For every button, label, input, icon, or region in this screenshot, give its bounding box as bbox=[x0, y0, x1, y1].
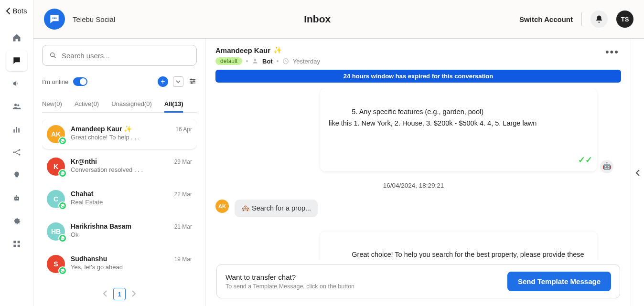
search-input[interactable] bbox=[62, 52, 190, 60]
notifications-button[interactable] bbox=[590, 11, 608, 28]
conversation-name: Sudhanshu bbox=[71, 255, 169, 263]
chat-more-button[interactable]: ••• bbox=[605, 46, 619, 58]
whatsapp-badge-icon bbox=[58, 201, 67, 210]
sparkle-icon: ✨ bbox=[124, 125, 132, 133]
conversation-avatar: HB bbox=[47, 222, 65, 241]
online-label: I'm online bbox=[42, 78, 68, 85]
expiry-banner: 24 hours window has expired for this con… bbox=[215, 70, 621, 83]
left-nav-rail: Bots bbox=[0, 0, 33, 306]
page-number[interactable]: 1 bbox=[113, 288, 126, 300]
conversation-item[interactable]: HB Harikrishna Basam Ok 21 Mar bbox=[42, 217, 197, 246]
conversation-avatar: S bbox=[47, 255, 65, 273]
svg-rect-14 bbox=[17, 245, 20, 247]
list-options-button[interactable] bbox=[188, 77, 197, 87]
message-out: 5. Any specific features (e.g., garden, … bbox=[320, 88, 597, 171]
search-box[interactable] bbox=[42, 45, 197, 66]
chat-pane: Amandeep Kaur ✨ default Bot Yesterday bbox=[205, 39, 631, 306]
svg-point-17 bbox=[55, 18, 57, 19]
nav-bot-icon[interactable] bbox=[6, 188, 27, 209]
svg-point-21 bbox=[191, 82, 192, 83]
nav-idea-icon[interactable] bbox=[6, 165, 27, 186]
online-toggle[interactable] bbox=[73, 77, 87, 86]
pager-next[interactable] bbox=[131, 290, 136, 298]
conversation-item[interactable]: AK Amandeep Kaur✨ Great choice! To help … bbox=[42, 119, 197, 149]
conversation-date: 19 Mar bbox=[174, 255, 192, 263]
pager-prev[interactable] bbox=[103, 290, 107, 298]
message-in-avatar: AK bbox=[215, 200, 229, 213]
clock-icon bbox=[282, 58, 289, 64]
svg-rect-8 bbox=[14, 197, 19, 200]
conversation-item[interactable]: C Chahat Real Estate 22 Mar bbox=[42, 184, 197, 214]
back-to-bots[interactable]: Bots bbox=[6, 7, 27, 15]
svg-point-7 bbox=[19, 154, 20, 155]
svg-point-22 bbox=[254, 59, 257, 61]
svg-point-0 bbox=[14, 104, 17, 106]
svg-point-16 bbox=[54, 18, 55, 19]
delivered-check-icon: ✓✓ bbox=[578, 153, 592, 168]
switch-account-link[interactable]: Switch Account bbox=[519, 15, 573, 23]
svg-rect-11 bbox=[13, 241, 16, 243]
conversation-name: Chahat bbox=[71, 190, 169, 198]
filter-dropdown[interactable] bbox=[173, 76, 183, 87]
whatsapp-badge-icon bbox=[58, 137, 67, 145]
tab-active[interactable]: Active(0) bbox=[75, 96, 99, 112]
svg-rect-4 bbox=[18, 128, 20, 133]
tab-all[interactable]: All(13) bbox=[164, 96, 183, 113]
nav-contacts-icon[interactable] bbox=[6, 96, 27, 117]
conversation-item[interactable]: S Sudhanshu Yes, let's go ahead 19 Mar bbox=[42, 249, 197, 279]
nav-integrations-icon[interactable] bbox=[6, 142, 27, 163]
channel-tag: default bbox=[215, 57, 242, 65]
conversation-avatar: C bbox=[47, 190, 65, 208]
page-title: Inbox bbox=[115, 13, 519, 25]
conversation-name: Kr@nthi bbox=[71, 158, 169, 165]
contact-name: Amandeep Kaur bbox=[215, 46, 270, 54]
composer-question: Want to transfer chat? bbox=[225, 273, 498, 281]
whatsapp-badge-icon bbox=[58, 266, 67, 275]
conversation-date: 22 Mar bbox=[174, 190, 192, 198]
search-icon bbox=[49, 52, 57, 59]
nav-apps-icon[interactable] bbox=[6, 233, 27, 254]
svg-point-10 bbox=[17, 198, 18, 199]
conversation-item[interactable]: K Kr@nthi Conversation resolved . . . 29… bbox=[42, 152, 197, 181]
bell-icon bbox=[595, 15, 603, 23]
conversation-preview: Conversation resolved . . . bbox=[71, 166, 169, 173]
conversation-panel: I'm online + New(0) Active(0) Unassigned… bbox=[33, 39, 205, 306]
nav-settings-icon[interactable] bbox=[6, 211, 27, 232]
conversation-date: 21 Mar bbox=[174, 222, 192, 230]
timestamp-divider: 16/04/2024, 18:29:21 bbox=[215, 182, 612, 189]
expand-right-panel[interactable] bbox=[631, 39, 644, 306]
svg-rect-12 bbox=[17, 241, 20, 243]
bot-sender-icon: 🤖 bbox=[600, 160, 613, 173]
chevron-left-icon bbox=[103, 290, 107, 297]
divider bbox=[581, 12, 582, 26]
svg-point-1 bbox=[17, 104, 19, 106]
nav-analytics-icon[interactable] bbox=[6, 119, 27, 140]
svg-point-9 bbox=[15, 198, 16, 199]
nav-inbox-icon[interactable] bbox=[6, 50, 27, 71]
tab-unassigned[interactable]: Unassigned(0) bbox=[111, 96, 152, 112]
chat-date: Yesterday bbox=[293, 58, 320, 65]
tab-new[interactable]: New(0) bbox=[42, 96, 62, 112]
brand-logo-icon bbox=[44, 9, 65, 30]
svg-point-6 bbox=[19, 149, 20, 150]
sliders-icon bbox=[188, 77, 197, 85]
whatsapp-badge-icon bbox=[58, 169, 67, 178]
message-in-row: AK 🏘️ Search for a prop... bbox=[215, 200, 612, 217]
nav-home-icon[interactable] bbox=[6, 27, 27, 48]
svg-point-20 bbox=[193, 80, 194, 81]
message-out-text: 5. Any specific features (e.g., garden, … bbox=[329, 108, 537, 127]
nav-broadcast-icon[interactable] bbox=[6, 73, 27, 94]
conversation-name: Harikrishna Basam bbox=[71, 222, 169, 230]
message-in: 🏘️ Search for a prop... bbox=[235, 200, 318, 217]
conversation-date: 16 Apr bbox=[175, 125, 192, 133]
user-avatar[interactable]: TS bbox=[616, 11, 633, 28]
new-conversation-button[interactable]: + bbox=[158, 76, 168, 87]
chevron-down-icon bbox=[176, 79, 181, 84]
chevron-left-icon bbox=[635, 169, 640, 176]
svg-rect-13 bbox=[13, 245, 16, 247]
back-label: Bots bbox=[12, 7, 27, 15]
svg-point-5 bbox=[13, 151, 14, 153]
message-out: Great choice! To help you search for the… bbox=[320, 232, 597, 260]
send-template-button[interactable]: Send Template Message bbox=[507, 272, 611, 291]
conversation-date: 29 Mar bbox=[174, 158, 192, 165]
